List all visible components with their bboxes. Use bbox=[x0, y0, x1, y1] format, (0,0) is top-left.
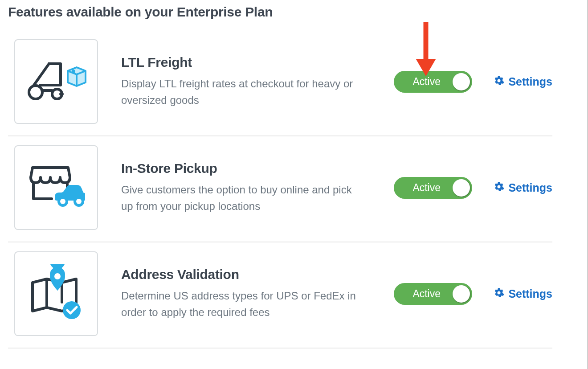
gear-icon bbox=[494, 75, 504, 88]
feature-row-in-store-pickup: In-Store Pickup Give customers the optio… bbox=[8, 136, 552, 242]
feature-title: LTL Freight bbox=[121, 55, 366, 70]
toggle-label: Active bbox=[412, 182, 441, 194]
gear-icon bbox=[494, 181, 504, 194]
feature-controls: Active Settings bbox=[394, 71, 552, 93]
features-panel: Features available on your Enterprise Pl… bbox=[0, 0, 560, 348]
ltl-freight-settings-link[interactable]: Settings bbox=[494, 75, 552, 88]
svg-point-7 bbox=[63, 301, 81, 319]
map-pin-check-icon bbox=[27, 264, 85, 324]
settings-label: Settings bbox=[508, 181, 552, 194]
ltl-freight-toggle[interactable]: Active bbox=[394, 71, 472, 93]
feature-row-address-validation: Address Validation Determine US address … bbox=[8, 242, 552, 348]
feature-body: LTL Freight Display LTL freight rates at… bbox=[121, 55, 371, 108]
feature-icon-box bbox=[14, 251, 98, 336]
toggle-knob bbox=[453, 179, 470, 197]
store-car-icon bbox=[27, 162, 85, 213]
gear-icon bbox=[494, 287, 504, 300]
feature-description: Display LTL freight rates at checkout fo… bbox=[121, 75, 366, 108]
feature-title: Address Validation bbox=[121, 267, 366, 282]
feature-body: Address Validation Determine US address … bbox=[121, 267, 371, 320]
in-store-pickup-settings-link[interactable]: Settings bbox=[494, 181, 552, 194]
settings-label: Settings bbox=[508, 287, 552, 300]
feature-body: In-Store Pickup Give customers the optio… bbox=[121, 161, 371, 214]
toggle-label: Active bbox=[412, 76, 441, 88]
feature-icon-box bbox=[14, 145, 98, 230]
address-validation-settings-link[interactable]: Settings bbox=[494, 287, 552, 300]
section-title: Features available on your Enterprise Pl… bbox=[8, 4, 552, 20]
feature-icon-box bbox=[14, 39, 98, 124]
toggle-label: Active bbox=[412, 288, 441, 300]
feature-row-ltl-freight: LTL Freight Display LTL freight rates at… bbox=[8, 30, 552, 136]
in-store-pickup-toggle[interactable]: Active bbox=[394, 177, 472, 199]
svg-point-6 bbox=[54, 273, 61, 279]
feature-description: Determine US address types for UPS or Fe… bbox=[121, 287, 366, 320]
toggle-knob bbox=[453, 73, 470, 90]
toggle-knob bbox=[453, 285, 470, 303]
address-validation-toggle[interactable]: Active bbox=[394, 283, 472, 305]
forklift-box-icon bbox=[25, 58, 87, 105]
svg-point-0 bbox=[29, 86, 42, 99]
feature-controls: Active Settings bbox=[394, 177, 552, 199]
feature-description: Give customers the option to buy online … bbox=[121, 181, 366, 214]
feature-controls: Active Settings bbox=[394, 283, 552, 305]
settings-label: Settings bbox=[508, 75, 552, 88]
feature-title: In-Store Pickup bbox=[121, 161, 366, 176]
